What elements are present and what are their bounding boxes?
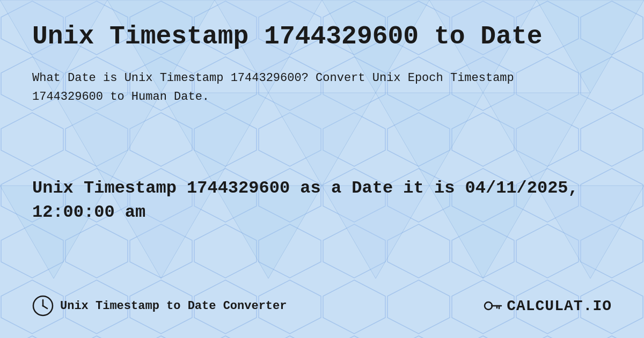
footer-label: Unix Timestamp to Date Converter: [60, 299, 287, 313]
footer: Unix Timestamp to Date Converter CALCULA…: [32, 295, 612, 317]
svg-point-23: [42, 305, 44, 307]
logo-text: CALCULAT.IO: [507, 298, 612, 314]
page-description: What Date is Unix Timestamp 1744329600? …: [32, 69, 515, 106]
logo-icon: [483, 296, 502, 315]
logo-area: CALCULAT.IO: [483, 296, 612, 315]
footer-left: Unix Timestamp to Date Converter: [32, 295, 287, 317]
page-title: Unix Timestamp 1744329600 to Date: [32, 21, 612, 53]
clock-icon: [32, 295, 54, 317]
result-text: Unix Timestamp 1744329600 as a Date it i…: [32, 177, 612, 225]
